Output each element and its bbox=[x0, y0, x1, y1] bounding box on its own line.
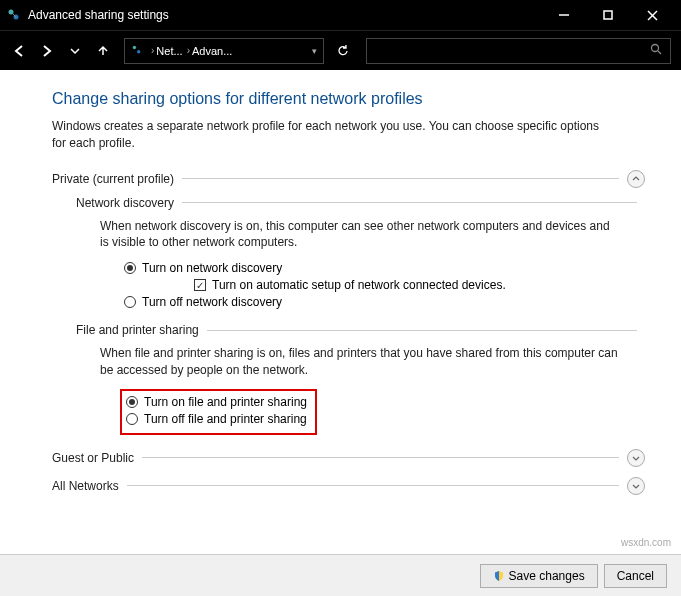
radio-label: Turn on network discovery bbox=[142, 261, 282, 275]
radio-network-discovery-on[interactable]: Turn on network discovery bbox=[124, 261, 645, 275]
radio-icon bbox=[124, 296, 136, 308]
svg-point-7 bbox=[137, 50, 140, 53]
expand-icon[interactable] bbox=[627, 449, 645, 467]
section-all-networks-label: All Networks bbox=[52, 479, 119, 493]
radio-file-printer-on[interactable]: Turn on file and printer sharing bbox=[126, 395, 307, 409]
window-controls bbox=[549, 5, 675, 25]
forward-button[interactable] bbox=[38, 42, 56, 60]
section-guest-header: Guest or Public bbox=[52, 449, 645, 467]
file-printer-label: File and printer sharing bbox=[76, 323, 199, 337]
search-icon bbox=[650, 43, 662, 58]
svg-line-9 bbox=[658, 51, 661, 54]
footer: Save changes Cancel bbox=[0, 554, 681, 596]
section-private-header: Private (current profile) bbox=[52, 170, 645, 188]
checkbox-label: Turn on automatic setup of network conne… bbox=[212, 278, 506, 292]
page-title: Change sharing options for different net… bbox=[52, 90, 645, 108]
refresh-button[interactable] bbox=[330, 38, 356, 64]
recent-dropdown-icon[interactable] bbox=[66, 42, 84, 60]
expand-icon[interactable] bbox=[627, 477, 645, 495]
radio-icon bbox=[126, 413, 138, 425]
window-title: Advanced sharing settings bbox=[28, 8, 549, 22]
breadcrumb-segment-1[interactable]: Net... bbox=[156, 45, 182, 57]
radio-network-discovery-off[interactable]: Turn off network discovery bbox=[124, 295, 645, 309]
navbar: › Net... › Advan... ▾ bbox=[0, 30, 681, 70]
network-discovery-label: Network discovery bbox=[76, 196, 174, 210]
nav-arrows bbox=[10, 42, 112, 60]
breadcrumb-segment-2[interactable]: Advan... bbox=[192, 45, 232, 57]
breadcrumb[interactable]: › Net... › Advan... ▾ bbox=[124, 38, 324, 64]
network-discovery-subsection: Network discovery When network discovery… bbox=[76, 196, 645, 310]
up-button[interactable] bbox=[94, 42, 112, 60]
file-printer-description: When file and printer sharing is on, fil… bbox=[100, 345, 620, 379]
svg-point-8 bbox=[652, 45, 659, 52]
maximize-button[interactable] bbox=[593, 5, 623, 25]
section-guest-label: Guest or Public bbox=[52, 451, 134, 465]
divider bbox=[182, 202, 637, 203]
divider bbox=[142, 457, 619, 458]
svg-point-6 bbox=[133, 45, 136, 48]
shield-icon bbox=[493, 570, 505, 582]
cancel-button[interactable]: Cancel bbox=[604, 564, 667, 588]
radio-icon bbox=[124, 262, 136, 274]
section-private-label: Private (current profile) bbox=[52, 172, 174, 186]
radio-label: Turn off network discovery bbox=[142, 295, 282, 309]
close-button[interactable] bbox=[637, 5, 667, 25]
network-discovery-description: When network discovery is on, this compu… bbox=[100, 218, 620, 252]
breadcrumb-icon bbox=[131, 44, 145, 58]
chevron-right-icon: › bbox=[187, 45, 190, 56]
app-icon bbox=[6, 7, 22, 23]
radio-icon bbox=[126, 396, 138, 408]
breadcrumb-dropdown-icon[interactable]: ▾ bbox=[312, 46, 317, 56]
search-input[interactable] bbox=[366, 38, 671, 64]
radio-file-printer-off[interactable]: Turn off file and printer sharing bbox=[126, 412, 307, 426]
file-printer-subsection: File and printer sharing When file and p… bbox=[76, 323, 645, 435]
section-all-networks-header: All Networks bbox=[52, 477, 645, 495]
minimize-button[interactable] bbox=[549, 5, 579, 25]
radio-label: Turn off file and printer sharing bbox=[144, 412, 307, 426]
back-button[interactable] bbox=[10, 42, 28, 60]
highlighted-options: Turn on file and printer sharing Turn of… bbox=[120, 389, 317, 435]
divider bbox=[182, 178, 619, 179]
cancel-button-label: Cancel bbox=[617, 569, 654, 583]
svg-rect-3 bbox=[604, 11, 612, 19]
watermark: wsxdn.com bbox=[621, 537, 671, 548]
checkbox-auto-setup[interactable]: ✓ Turn on automatic setup of network con… bbox=[194, 278, 645, 292]
radio-label: Turn on file and printer sharing bbox=[144, 395, 307, 409]
chevron-right-icon: › bbox=[151, 45, 154, 56]
divider bbox=[207, 330, 637, 331]
save-changes-button[interactable]: Save changes bbox=[480, 564, 598, 588]
page-description: Windows creates a separate network profi… bbox=[52, 118, 612, 152]
collapse-icon[interactable] bbox=[627, 170, 645, 188]
content-area: Change sharing options for different net… bbox=[0, 70, 681, 554]
divider bbox=[127, 485, 619, 486]
checkbox-icon: ✓ bbox=[194, 279, 206, 291]
save-button-label: Save changes bbox=[509, 569, 585, 583]
titlebar: Advanced sharing settings bbox=[0, 0, 681, 30]
